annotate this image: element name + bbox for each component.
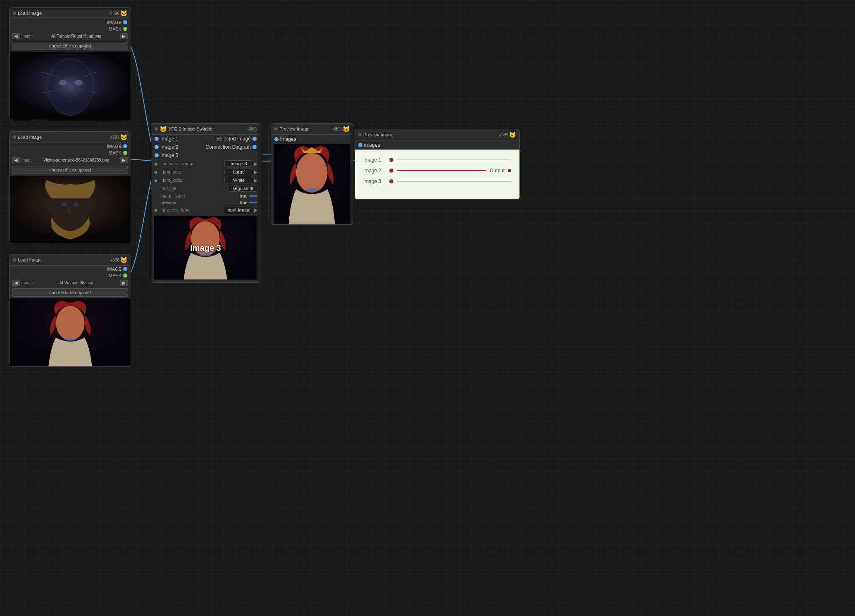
- upload-btn-1[interactable]: choose file to upload: [12, 42, 128, 50]
- svg-point-12: [74, 202, 79, 207]
- preview2-images-label: images: [364, 142, 380, 148]
- switcher-title: YFG 3 Image Switcher: [168, 126, 214, 131]
- output-port-diagram[interactable]: [252, 145, 257, 149]
- file-type-label-1: image: [21, 34, 33, 38]
- file-type-label-3: image: [21, 281, 33, 285]
- output-port-selected[interactable]: [252, 137, 257, 141]
- diagram-output-label: Output: [490, 168, 505, 174]
- param-preview-type: ◀ preview_type Input Image ▶: [151, 206, 260, 214]
- node-status-dot-1: [13, 12, 16, 15]
- param-name-previewtype: preview_type: [159, 207, 222, 212]
- preview2-images-port[interactable]: [358, 143, 362, 147]
- node-title-2: Load Image: [18, 135, 42, 140]
- prev-file-btn-3[interactable]: ◀: [12, 280, 20, 286]
- image-port-row-1: IMAGE: [10, 19, 131, 26]
- prev-file-btn-2[interactable]: ◀: [12, 157, 20, 163]
- param-arrow-left-2[interactable]: ◀: [154, 170, 157, 174]
- load-image-node-2: Load Image #897 🐱 IMAGE MASK ◀ image Vik…: [9, 131, 131, 244]
- output-selected-label: Selected Image: [217, 136, 251, 142]
- preview2-header: Preview Image #899 🐱: [355, 129, 519, 140]
- param-arrow-right-1[interactable]: ▶: [254, 162, 257, 166]
- param-name-fontcolor: font_color: [159, 178, 223, 183]
- prev-file-btn-1[interactable]: ◀: [12, 33, 20, 39]
- output-diagram-label: Connection Diagram: [206, 144, 251, 150]
- mask-port-row-1: MASK: [10, 26, 131, 32]
- switcher-output-diagram: Connection Diagram: [206, 144, 257, 150]
- preview1-images-port[interactable]: [274, 137, 279, 141]
- param-name-preview: preview: [154, 200, 238, 205]
- preview1-image: [271, 144, 353, 224]
- param-val-imagelabel: true: [240, 193, 248, 198]
- preview2-emoji: 🐱: [509, 131, 516, 138]
- next-file-btn-2[interactable]: ▶: [120, 157, 128, 163]
- param-val-preview: true: [240, 200, 248, 205]
- param-font-file: font_file seguisb.ttf: [151, 184, 260, 193]
- preview1-images-label: images: [280, 136, 296, 142]
- switcher-output-selected: Selected Image: [217, 136, 257, 142]
- toggle-preview[interactable]: [249, 202, 257, 203]
- mask-port-2[interactable]: [123, 151, 127, 155]
- next-file-btn-1[interactable]: ▶: [120, 33, 128, 39]
- preview2-port-row: images: [355, 140, 519, 150]
- image-port-row-2: IMAGE: [10, 143, 131, 150]
- mask-label-2: MASK: [109, 150, 121, 155]
- node-status-dot-3: [13, 258, 16, 262]
- param-arrow-left-4[interactable]: ◀: [154, 208, 157, 212]
- input-label-2: Image 2: [160, 144, 178, 150]
- switcher-preview-thumbnail: Image 3: [154, 216, 257, 280]
- diagram-output-dot: [508, 169, 511, 172]
- param-arrow-right-3[interactable]: ▶: [254, 178, 257, 183]
- image-label-2: IMAGE: [107, 144, 121, 149]
- image-port-3[interactable]: [123, 267, 127, 271]
- node-image-3: [10, 298, 131, 366]
- image-label-3: IMAGE: [107, 266, 121, 271]
- svg-point-15: [64, 338, 76, 341]
- preview2-title: Preview Image: [363, 132, 393, 137]
- image-port-1[interactable]: [123, 20, 127, 24]
- load-image-node-1: Load Image #896 🐱 IMAGE MASK ◀ image AI …: [9, 7, 131, 120]
- input-port-3[interactable]: [155, 153, 159, 157]
- preview2-status-dot: [358, 133, 362, 136]
- node-header-3: Load Image #898 🐱: [10, 254, 131, 266]
- next-file-btn-3[interactable]: ▶: [120, 280, 128, 286]
- svg-point-18: [199, 254, 212, 256]
- node-emoji-3: 🐱: [120, 257, 127, 263]
- node-header-2: Load Image #897 🐱: [10, 132, 131, 143]
- node-badge-1: #896 🐱: [110, 10, 127, 17]
- file-type-label-2: image: [21, 158, 33, 162]
- node-image-2: [10, 176, 131, 244]
- param-font-color: ◀ font_color White ▶: [151, 176, 260, 184]
- diagram-line-3: [397, 181, 511, 182]
- diagram-label-2: Image 2: [363, 168, 386, 174]
- mask-port-1[interactable]: [123, 27, 127, 31]
- param-val-fontcolor: White: [224, 177, 253, 183]
- input-port-2[interactable]: [155, 145, 159, 149]
- image-label-1: IMAGE: [107, 20, 121, 25]
- mask-port-3[interactable]: [123, 274, 127, 278]
- file-row-1: ◀ image AI Female Robot Head.png ▶: [10, 32, 131, 40]
- image-port-row-3: IMAGE: [10, 266, 131, 272]
- toggle-imagelabel[interactable]: [249, 195, 257, 197]
- upload-btn-3[interactable]: choose file to upload: [12, 288, 128, 297]
- node-title-1: Load Image: [18, 11, 42, 16]
- switcher-status-dot: [155, 127, 158, 131]
- input-port-1[interactable]: [155, 137, 159, 141]
- file-row-3: ◀ image AI Woman 08a.jpg ▶: [10, 279, 131, 287]
- param-arrow-left-3[interactable]: ◀: [154, 178, 157, 183]
- connection-diagram-body: Image 1 Image 2 Output Image 3: [355, 150, 519, 199]
- mask-port-row-2: MASK: [10, 150, 131, 156]
- svg-point-3: [74, 80, 83, 86]
- upload-btn-2[interactable]: choose file to upload: [12, 166, 128, 174]
- node-title-3: Load Image: [18, 257, 42, 262]
- param-val-fontfile: seguisb.ttf: [229, 185, 257, 192]
- image-port-2[interactable]: [123, 144, 127, 148]
- param-arrow-right-2[interactable]: ▶: [254, 170, 257, 174]
- svg-line-7: [88, 91, 96, 93]
- preview1-status-dot: [274, 127, 278, 131]
- diagram-row-3: Image 3: [363, 176, 511, 187]
- param-arrow-left-1[interactable]: ◀: [154, 162, 157, 166]
- svg-line-4: [42, 72, 59, 76]
- mask-label-1: MASK: [109, 26, 121, 31]
- param-arrow-right-4[interactable]: ▶: [254, 208, 257, 212]
- thumbnail-label: Image 3: [190, 243, 221, 252]
